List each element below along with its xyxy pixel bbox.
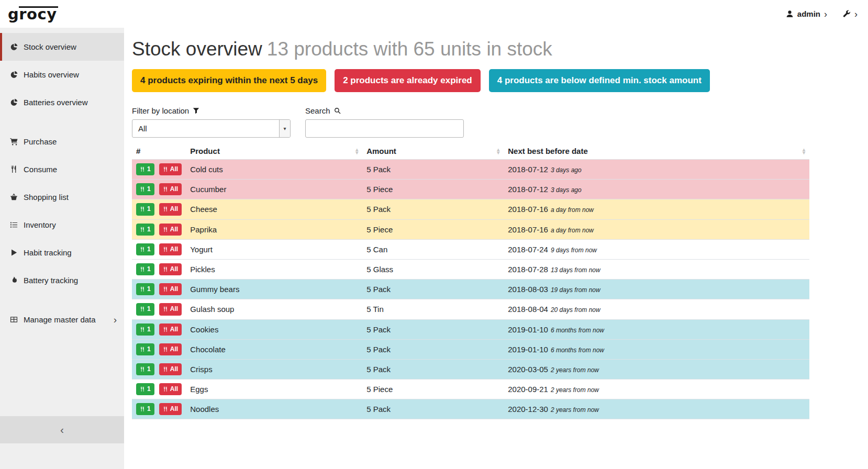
sidebar-item-habits-overview[interactable]: Habits overview bbox=[0, 61, 124, 88]
utensils-icon bbox=[163, 306, 168, 312]
consume-one-button[interactable]: 1 bbox=[136, 224, 154, 236]
product-amount: 5 Pack bbox=[362, 359, 504, 379]
product-amount: 5 Piece bbox=[362, 180, 504, 199]
consume-one-button[interactable]: 1 bbox=[136, 323, 154, 336]
consume-one-button[interactable]: 1 bbox=[136, 263, 154, 275]
utensils-icon bbox=[140, 206, 145, 212]
best-before-date: 2019-01-106 months from now bbox=[504, 319, 809, 339]
product-amount: 5 Can bbox=[362, 239, 504, 259]
row-actions-cell: 1 All bbox=[132, 299, 186, 319]
product-name: Chocolate bbox=[186, 339, 362, 359]
sidebar-item-manage-master-data[interactable]: Manage master data › bbox=[0, 306, 124, 333]
status-badge[interactable]: 4 products expiring within the next 5 da… bbox=[132, 69, 326, 92]
consume-one-button[interactable]: 1 bbox=[136, 383, 154, 395]
utensils-icon bbox=[140, 386, 145, 392]
search-input[interactable] bbox=[305, 119, 464, 138]
best-before-date: 2018-08-0319 days from now bbox=[504, 280, 809, 299]
best-before-date: 2020-09-212 years from now bbox=[504, 379, 809, 399]
search-icon bbox=[334, 107, 341, 114]
sidebar-item-stock-overview[interactable]: Stock overview bbox=[0, 33, 124, 61]
table-row-cheese: 1 All Cheese 5 Pack 2018-07-16a day from… bbox=[132, 199, 809, 219]
consume-all-button[interactable]: All bbox=[159, 343, 182, 355]
consume-one-button[interactable]: 1 bbox=[136, 163, 154, 175]
status-badge[interactable]: 4 products are below defined min. stock … bbox=[489, 69, 710, 92]
sidebar-item-label: Battery tracking bbox=[24, 276, 78, 285]
consume-one-button[interactable]: 1 bbox=[136, 303, 154, 315]
column-header-product[interactable]: Product ▴▾ bbox=[186, 144, 362, 160]
consume-all-button[interactable]: All bbox=[159, 283, 182, 295]
best-before-date-value: 2018-08-04 bbox=[508, 305, 548, 314]
consume-one-button[interactable]: 1 bbox=[136, 343, 154, 355]
product-name: Noodles bbox=[186, 399, 362, 419]
best-before-relative-time: 20 days from now bbox=[551, 306, 600, 314]
consume-all-button[interactable]: All bbox=[159, 363, 182, 375]
sidebar-collapse-button[interactable]: ‹ bbox=[0, 416, 124, 443]
pie-chart-icon bbox=[10, 98, 18, 106]
table-row-cookies: 1 All Cookies 5 Pack 2019-01-106 months … bbox=[132, 319, 809, 339]
utensils-icon bbox=[163, 406, 168, 412]
utensils-icon bbox=[140, 186, 145, 192]
search-control: Search bbox=[305, 106, 464, 138]
sidebar-item-purchase[interactable]: Purchase bbox=[0, 128, 124, 155]
product-amount: 5 Pack bbox=[362, 339, 504, 359]
consume-one-button[interactable]: 1 bbox=[136, 243, 154, 255]
consume-all-button[interactable]: All bbox=[159, 403, 182, 415]
status-badges: 4 products expiring within the next 5 da… bbox=[132, 69, 809, 92]
sidebar-item-shopping-list[interactable]: Shopping list bbox=[0, 183, 124, 211]
row-actions-cell: 1 All bbox=[132, 259, 186, 279]
best-before-date: 2020-03-052 years from now bbox=[504, 359, 809, 379]
consume-all-button[interactable]: All bbox=[159, 263, 182, 275]
column-header-hash[interactable]: # bbox=[132, 144, 186, 160]
chevron-right-icon: › bbox=[114, 315, 117, 325]
utensils-icon bbox=[140, 266, 145, 272]
row-actions-cell: 1 All bbox=[132, 379, 186, 399]
column-header-amount[interactable]: Amount ▴▾ bbox=[362, 144, 504, 160]
consume-one-button[interactable]: 1 bbox=[136, 403, 154, 415]
consume-all-button[interactable]: All bbox=[159, 203, 182, 215]
best-before-relative-time: a day from now bbox=[551, 206, 594, 214]
sidebar-item-label: Consume bbox=[24, 165, 57, 174]
location-select[interactable]: All ▾ bbox=[132, 119, 291, 138]
sidebar-item-consume[interactable]: Consume bbox=[0, 155, 124, 183]
product-name: Cold cuts bbox=[186, 160, 362, 180]
consume-all-button[interactable]: All bbox=[159, 323, 182, 336]
sidebar-item-label: Stock overview bbox=[24, 42, 76, 51]
sidebar-item-label: Purchase bbox=[24, 137, 57, 146]
row-actions-cell: 1 All bbox=[132, 199, 186, 219]
chevron-right-icon: › bbox=[824, 9, 827, 19]
consume-all-button[interactable]: All bbox=[159, 183, 182, 195]
consume-one-button[interactable]: 1 bbox=[136, 203, 154, 215]
best-before-relative-time: 6 months from now bbox=[551, 327, 604, 334]
sidebar-item-habit-tracking[interactable]: Habit tracking bbox=[0, 239, 124, 266]
status-badge[interactable]: 2 products are already expired bbox=[335, 69, 481, 92]
user-name: admin bbox=[797, 9, 820, 18]
product-amount: 5 Piece bbox=[362, 219, 504, 239]
consume-one-button[interactable]: 1 bbox=[136, 283, 154, 295]
settings-menu[interactable]: › bbox=[843, 9, 858, 19]
row-actions-cell: 1 All bbox=[132, 359, 186, 379]
user-menu[interactable]: admin › bbox=[786, 9, 827, 19]
consume-all-button[interactable]: All bbox=[159, 383, 182, 395]
consume-one-button[interactable]: 1 bbox=[136, 183, 154, 195]
utensils-icon bbox=[140, 286, 145, 292]
top-bar-menus: admin › › bbox=[786, 9, 858, 19]
sidebar-item-battery-tracking[interactable]: Battery tracking bbox=[0, 266, 124, 294]
consume-all-button[interactable]: All bbox=[159, 243, 182, 255]
product-amount: 5 Piece bbox=[362, 379, 504, 399]
grocy-logo[interactable]: grocy bbox=[8, 5, 57, 23]
filter-search-controls: Filter by location All ▾ Search bbox=[132, 106, 809, 138]
sidebar-item-inventory[interactable]: Inventory bbox=[0, 211, 124, 239]
product-amount: 5 Pack bbox=[362, 160, 504, 180]
table-row-yogurt: 1 All Yogurt 5 Can 2018-07-249 days from… bbox=[132, 239, 809, 259]
consume-all-button[interactable]: All bbox=[159, 224, 182, 236]
consume-all-button[interactable]: All bbox=[159, 163, 182, 175]
column-header-next-best-before-date[interactable]: Next best before date ▴▾ bbox=[504, 144, 809, 160]
consume-all-button[interactable]: All bbox=[159, 303, 182, 315]
sidebar-item-batteries-overview[interactable]: Batteries overview bbox=[0, 88, 124, 116]
location-filter: Filter by location All ▾ bbox=[132, 106, 291, 138]
chevron-left-icon: ‹ bbox=[60, 423, 64, 436]
consume-one-button[interactable]: 1 bbox=[136, 363, 154, 375]
utensils-icon bbox=[140, 306, 145, 312]
row-actions-cell: 1 All bbox=[132, 160, 186, 180]
best-before-date-value: 2020-03-05 bbox=[508, 365, 548, 374]
